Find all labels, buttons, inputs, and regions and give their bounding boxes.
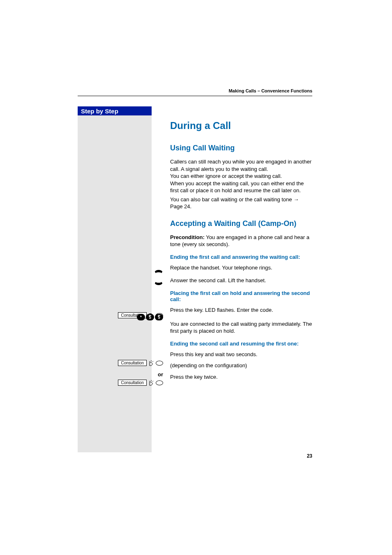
- header-section-title: Making Calls – Convenience Functions: [228, 88, 312, 93]
- main-content: During a Call Using Call Waiting Callers…: [170, 120, 312, 386]
- step-answer-second: Answer the second call. Lift the handset…: [170, 277, 312, 284]
- para-call-waiting-intro: Callers can still reach you while you ar…: [170, 158, 312, 194]
- heading-using-call-waiting: Using Call Waiting: [170, 144, 312, 152]
- dial-key-star: *: [137, 314, 145, 320]
- step-press-wait-two: Press this key and wait two seconds.: [170, 351, 312, 358]
- precondition-label: Precondition:: [170, 234, 205, 240]
- subheading-ending-second-call: Ending the second call and resuming the …: [170, 341, 312, 347]
- gutter-consultation-1: Consultation * jkl5 jkl5: [78, 312, 163, 320]
- subheading-ending-first-call: Ending the first call and answering the …: [170, 254, 312, 260]
- header-divider: [78, 96, 312, 96]
- led-flash-icon: [148, 360, 154, 366]
- svg-line-2: [152, 361, 153, 362]
- step-press-twice: Press the key twice.: [170, 373, 312, 381]
- dial-key-5a: jkl5: [146, 314, 154, 320]
- sidebar-title-text: Step by Step: [81, 108, 118, 115]
- heading-accepting-waiting-call: Accepting a Waiting Call (Camp-On): [170, 219, 312, 228]
- para-call-waiting-bar: You can also bar call waiting or the cal…: [170, 196, 312, 210]
- handset-down-icon: [154, 269, 163, 275]
- key-label-consultation: Consultation: [118, 360, 147, 366]
- sidebar-title-bar: Step by Step: [78, 106, 152, 115]
- step-press-key-led: Press the key. LED flashes. Enter the co…: [170, 306, 312, 314]
- svg-line-1: [149, 361, 150, 362]
- gutter-or: or: [78, 371, 163, 378]
- subheading-placing-on-hold: Placing the first call on hold and answe…: [170, 290, 312, 302]
- heading-during-call: During a Call: [170, 120, 312, 131]
- button-oval-icon: [156, 361, 163, 366]
- dial-key-5b: jkl5: [155, 314, 163, 320]
- svg-line-5: [152, 381, 153, 382]
- button-oval-icon: [156, 380, 163, 385]
- step-replace-handset: Replace the handset. Your telephone ring…: [170, 264, 312, 272]
- step-depending-config: (depending on the configuration): [170, 362, 312, 369]
- or-label: or: [78, 371, 163, 378]
- sidebar-background: [78, 115, 152, 452]
- led-flash-icon: [148, 380, 154, 386]
- para-precondition: Precondition: You are engaged in a phone…: [170, 234, 312, 248]
- page-number: 23: [307, 453, 312, 459]
- handset-up-icon: [154, 280, 163, 286]
- svg-line-4: [149, 381, 150, 382]
- step-connected-waiting: You are connected to the call waiting pa…: [170, 320, 312, 335]
- key-label-consultation: Consultation: [118, 380, 147, 386]
